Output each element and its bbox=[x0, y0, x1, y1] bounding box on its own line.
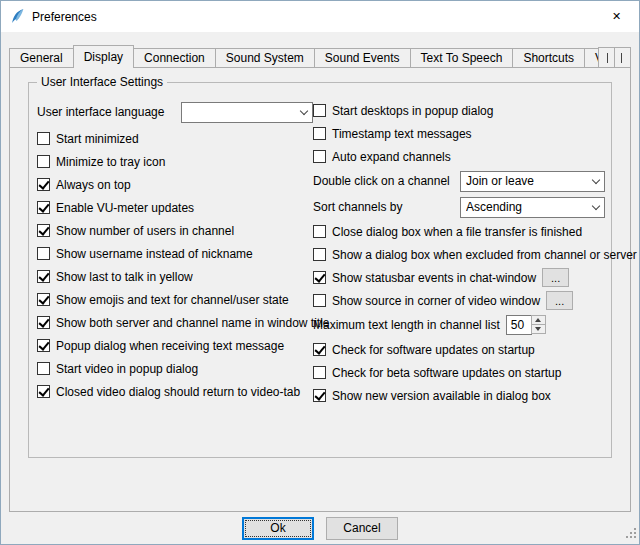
language-select[interactable] bbox=[181, 102, 313, 123]
preferences-window: Preferences ✕ General Display Connection… bbox=[0, 0, 640, 545]
checkbox-label: Always on top bbox=[56, 178, 131, 192]
checkbox-label: Show a dialog box when excluded from cha… bbox=[332, 248, 637, 262]
double-click-select[interactable]: Join or leave bbox=[460, 171, 605, 192]
tab-shortcuts[interactable]: Shortcuts bbox=[512, 48, 585, 68]
checkbox-label: Show source in corner of video window bbox=[332, 294, 540, 308]
tab-scroll-control bbox=[599, 47, 631, 68]
checkbox-vu-meter-updates[interactable]: Enable VU-meter updates bbox=[37, 196, 313, 219]
checkbox-auto-expand-channels[interactable]: Auto expand channels bbox=[313, 145, 605, 168]
checkbox-label: Enable VU-meter updates bbox=[56, 201, 194, 215]
checkbox-box bbox=[313, 389, 326, 402]
checkbox-server-channel-title[interactable]: Show both server and channel name in win… bbox=[37, 311, 313, 334]
checkbox-always-on-top[interactable]: Always on top bbox=[37, 173, 313, 196]
checkbox-show-user-count[interactable]: Show number of users in channel bbox=[37, 219, 313, 242]
checkbox-label: Show number of users in channel bbox=[56, 224, 234, 238]
checkbox-label: Show both server and channel name in win… bbox=[56, 316, 330, 330]
checkbox-box bbox=[313, 366, 326, 379]
checkbox-start-minimized[interactable]: Start minimized bbox=[37, 127, 313, 150]
checkbox-box bbox=[37, 293, 50, 306]
checkbox-video-return-tab[interactable]: Closed video dialog should return to vid… bbox=[37, 380, 313, 403]
chevron-down-icon bbox=[587, 180, 604, 183]
checkbox-label: Check for software updates on startup bbox=[332, 343, 535, 357]
checkbox-box bbox=[313, 150, 326, 163]
chevron-down-icon bbox=[295, 111, 312, 114]
cancel-button[interactable]: Cancel bbox=[326, 517, 398, 540]
tab-label: Text To Speech bbox=[421, 51, 503, 65]
checkbox-minimize-to-tray[interactable]: Minimize to tray icon bbox=[37, 150, 313, 173]
checkbox-box bbox=[313, 127, 326, 140]
tabs-clip: General Display Connection Sound System … bbox=[9, 45, 625, 68]
tab-sound-events[interactable]: Sound Events bbox=[314, 48, 411, 68]
checkbox-desktops-popup[interactable]: Start desktops in popup dialog bbox=[313, 99, 605, 122]
checkbox-new-version-dialog[interactable]: Show new version available in dialog box bbox=[313, 384, 605, 407]
max-text-length-value: 50 bbox=[506, 315, 532, 335]
checkbox-check-updates[interactable]: Check for software updates on startup bbox=[313, 338, 605, 361]
checkbox-excluded-dialog[interactable]: Show a dialog box when excluded from cha… bbox=[313, 243, 605, 266]
checkbox-label: Check for beta software updates on start… bbox=[332, 366, 561, 380]
checkbox-label: Show new version available in dialog box bbox=[332, 389, 551, 403]
max-text-length-row: Maximum text length in channel list 50 bbox=[313, 312, 605, 338]
max-text-length-label: Maximum text length in channel list bbox=[313, 318, 500, 332]
checkbox-box bbox=[37, 178, 50, 191]
spin-up-icon bbox=[535, 318, 541, 322]
checkbox-box bbox=[313, 104, 326, 117]
tab-general[interactable]: General bbox=[9, 48, 74, 68]
checkbox-box bbox=[37, 339, 50, 352]
tab-scroll-left-button[interactable] bbox=[598, 47, 615, 68]
resize-grip[interactable] bbox=[626, 528, 637, 542]
double-click-label: Double click on a channel bbox=[313, 174, 450, 188]
checkbox-box bbox=[37, 362, 50, 375]
language-label: User interface language bbox=[37, 105, 164, 119]
video-source-row: Show source in corner of video window ..… bbox=[313, 289, 605, 312]
checkbox-emojis-text-state[interactable]: Show emojis and text for channel/user st… bbox=[37, 288, 313, 311]
tab-label: Sound System bbox=[226, 51, 304, 65]
titlebar: Preferences ✕ bbox=[1, 1, 639, 32]
close-button[interactable]: ✕ bbox=[594, 1, 639, 32]
video-source-more-button[interactable]: ... bbox=[546, 291, 573, 310]
checkbox-last-talk-yellow[interactable]: Show last to talk in yellow bbox=[37, 265, 313, 288]
checkbox-show-username[interactable]: Show username instead of nickname bbox=[37, 242, 313, 265]
checkbox-label: Start video in popup dialog bbox=[56, 362, 198, 376]
checkbox-box bbox=[313, 225, 326, 238]
button-bar: Ok Cancel bbox=[1, 512, 639, 544]
checkbox-popup-text-message[interactable]: Popup dialog when receiving text message bbox=[37, 334, 313, 357]
left-column: User interface language Start minimized … bbox=[37, 99, 313, 407]
checkbox-box bbox=[37, 385, 50, 398]
max-text-length-spinner[interactable]: 50 bbox=[506, 315, 546, 335]
sort-channels-value: Ascending bbox=[466, 200, 587, 214]
chevron-left-icon bbox=[607, 53, 608, 63]
checkbox-label: Show emojis and text for channel/user st… bbox=[56, 293, 289, 307]
checkbox-statusbar-events[interactable]: Show statusbar events in chat-window bbox=[313, 271, 536, 285]
tab-connection[interactable]: Connection bbox=[133, 48, 216, 68]
checkbox-timestamp-messages[interactable]: Timestamp text messages bbox=[313, 122, 605, 145]
tab-label: Display bbox=[84, 50, 123, 64]
tab-scroll-right-button[interactable] bbox=[614, 47, 631, 68]
tab-sound-system[interactable]: Sound System bbox=[215, 48, 315, 68]
checkbox-video-popup[interactable]: Start video in popup dialog bbox=[37, 357, 313, 380]
tab-display[interactable]: Display bbox=[73, 45, 134, 68]
tab-label: General bbox=[20, 51, 63, 65]
display-tab-panel: User Interface Settings User interface l… bbox=[9, 67, 631, 512]
tab-label: Connection bbox=[144, 51, 205, 65]
checkbox-label: Minimize to tray icon bbox=[56, 155, 165, 169]
ok-button[interactable]: Ok bbox=[242, 517, 314, 540]
double-click-value: Join or leave bbox=[466, 174, 587, 188]
checkbox-label: Show last to talk in yellow bbox=[56, 270, 193, 284]
checkbox-label: Start desktops in popup dialog bbox=[332, 104, 493, 118]
tab-text-to-speech[interactable]: Text To Speech bbox=[410, 48, 514, 68]
checkbox-label: Show username instead of nickname bbox=[56, 247, 253, 261]
groupbox-title: User Interface Settings bbox=[37, 75, 167, 89]
double-click-row: Double click on a channel Join or leave bbox=[313, 168, 605, 194]
checkbox-label: Auto expand channels bbox=[332, 150, 451, 164]
statusbar-events-more-button[interactable]: ... bbox=[542, 268, 569, 287]
spin-down-button[interactable] bbox=[531, 324, 546, 334]
checkbox-label: Timestamp text messages bbox=[332, 127, 472, 141]
spin-down-icon bbox=[535, 327, 541, 331]
checkbox-check-beta-updates[interactable]: Check for beta software updates on start… bbox=[313, 361, 605, 384]
checkbox-box bbox=[37, 224, 50, 237]
checkbox-close-on-transfer-finish[interactable]: Close dialog box when a file transfer is… bbox=[313, 220, 605, 243]
checkbox-video-source-corner[interactable]: Show source in corner of video window bbox=[313, 294, 540, 308]
checkbox-box bbox=[37, 316, 50, 329]
right-column: Start desktops in popup dialog Timestamp… bbox=[313, 99, 607, 407]
sort-channels-select[interactable]: Ascending bbox=[460, 197, 605, 218]
